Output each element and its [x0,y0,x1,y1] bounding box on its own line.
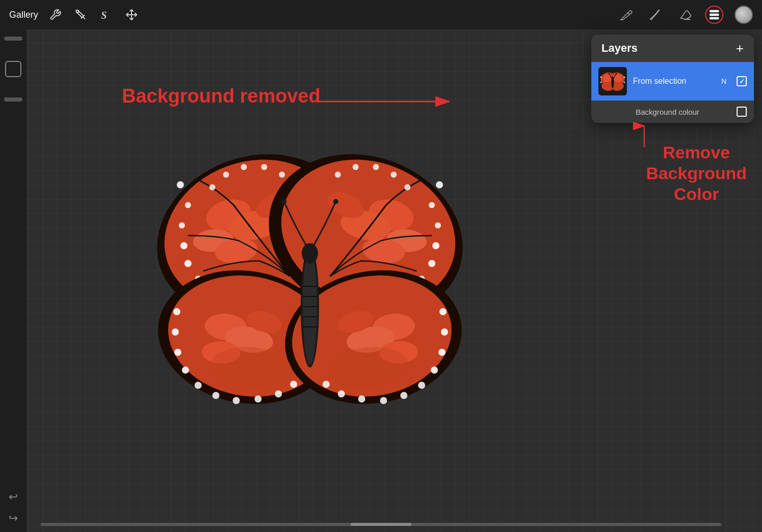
svg-point-64 [380,397,387,404]
layer-thumbnail-from-selection [598,67,627,95]
svg-point-101 [616,73,617,75]
svg-point-34 [353,164,359,170]
svg-point-103 [600,82,602,83]
redo-button[interactable]: ↪ [9,512,18,525]
svg-point-44 [174,349,181,356]
move-icon[interactable] [123,7,140,23]
svg-point-32 [391,172,397,178]
svg-point-7 [177,181,184,188]
eraser-tool-button[interactable] [676,6,694,24]
magic-icon[interactable] [73,7,89,23]
svg-point-65 [358,395,365,403]
svg-point-17 [279,172,285,178]
smudge-icon[interactable]: S [98,7,114,23]
undo-button[interactable]: ↩ [9,490,18,504]
svg-point-26 [429,202,435,208]
svg-line-83 [76,12,78,13]
svg-rect-90 [710,14,719,16]
svg-point-46 [195,382,202,389]
svg-point-63 [400,392,407,399]
scrollbar-thumb [351,523,411,526]
layers-panel: Layers + [591,35,754,123]
svg-point-67 [323,381,330,388]
svg-point-49 [255,395,262,403]
sidebar-bottom: ↩ ↪ [9,490,18,525]
svg-point-9 [179,222,185,228]
svg-point-15 [241,164,247,170]
svg-point-61 [431,367,438,374]
toolbar-right [617,6,753,24]
layers-tool-button[interactable] [705,6,723,24]
svg-point-33 [373,164,379,170]
layer-item-from-selection[interactable]: From selection N [591,62,754,101]
svg-point-62 [418,382,425,389]
svg-point-14 [223,172,229,178]
layers-title: Layers [601,42,638,55]
svg-point-60 [438,349,446,356]
butterfly-container [30,51,589,502]
butterfly-illustration [137,104,483,449]
layers-header: Layers + [591,35,754,62]
svg-point-31 [404,184,410,190]
svg-point-104 [624,77,625,78]
opacity-slider[interactable] [4,97,22,102]
brush-tool-button[interactable] [646,6,664,24]
svg-point-58 [439,308,447,315]
bottom-scrollbar[interactable] [41,523,721,526]
toolbar-left: Gallery S [9,7,140,23]
toolbar: Gallery S [0,0,762,29]
layer-name-from-selection: From selection [633,77,715,86]
svg-point-75 [302,243,318,263]
layer-visibility-background-colour[interactable] [737,107,747,117]
svg-rect-91 [710,17,719,19]
layer-item-background-colour[interactable]: Background colour [591,101,754,123]
svg-point-77 [333,199,338,204]
svg-point-43 [172,328,179,336]
svg-point-47 [212,392,219,399]
add-layer-button[interactable]: + [736,42,744,55]
svg-point-10 [180,242,187,249]
layer-visibility-from-selection[interactable] [737,76,747,86]
svg-point-13 [209,184,215,190]
svg-point-27 [435,222,441,228]
gallery-button[interactable]: Gallery [9,10,38,20]
svg-point-87 [650,18,653,20]
pen-tool-button[interactable] [617,6,635,24]
svg-point-76 [281,199,287,204]
svg-text:S: S [101,10,107,21]
svg-point-16 [261,164,267,170]
svg-point-45 [182,367,189,374]
svg-point-11 [184,260,192,267]
left-sidebar: ↩ ↪ [0,29,26,532]
svg-line-81 [83,17,85,19]
svg-point-105 [624,82,625,83]
svg-point-35 [335,172,341,178]
svg-point-28 [432,242,439,249]
svg-point-42 [173,308,180,315]
svg-line-82 [78,10,79,12]
color-picker-button[interactable] [735,6,753,24]
svg-point-51 [290,381,297,388]
svg-point-100 [609,73,610,75]
svg-point-59 [441,328,448,336]
layer-mode-from-selection[interactable]: N [721,77,726,85]
svg-point-66 [338,390,345,397]
layer-name-background-colour: Background colour [598,108,737,116]
svg-point-48 [233,397,240,404]
brush-size-slider[interactable] [4,37,22,41]
svg-point-25 [436,181,443,188]
wrench-icon[interactable] [47,7,64,23]
svg-point-29 [428,260,435,267]
svg-point-8 [185,202,191,208]
svg-point-50 [275,390,282,397]
svg-rect-89 [710,10,719,12]
svg-point-102 [600,77,602,78]
shape-tool[interactable] [5,61,21,77]
